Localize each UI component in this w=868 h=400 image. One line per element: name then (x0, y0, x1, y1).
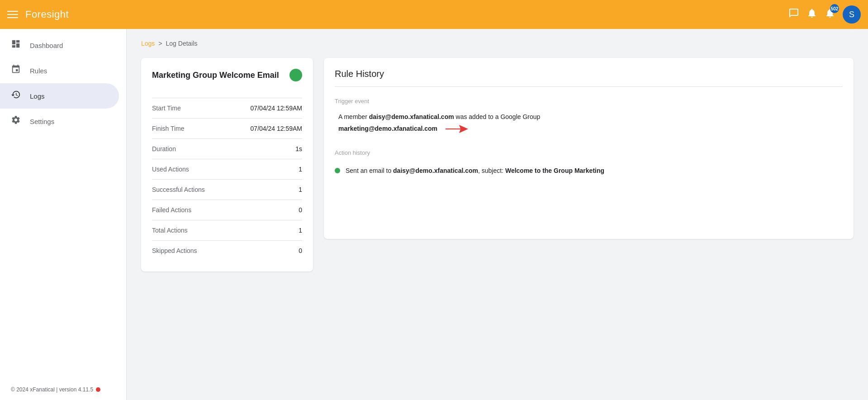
finish-time-value: 07/04/24 12:59AM (251, 125, 302, 132)
sidebar-item-rules-label: Rules (30, 67, 47, 75)
hamburger-menu-icon[interactable] (7, 11, 18, 18)
breadcrumb-logs-link[interactable]: Logs (141, 40, 155, 47)
log-detail-row-start-time: Start Time 07/04/24 12:59AM (152, 98, 302, 118)
cards-row: Marketing Group Welcome Email Start Time… (141, 58, 854, 271)
topnav-left: Foresight (7, 9, 69, 20)
topnav-right: 502 S (788, 5, 861, 24)
svg-marker-0 (446, 125, 468, 133)
used-actions-value: 1 (299, 166, 302, 173)
trigger-event-label: Trigger event (335, 98, 843, 105)
log-detail-row-skipped-actions: Skipped Actions 0 (152, 240, 302, 261)
total-actions-value: 1 (299, 227, 302, 234)
alert-icon[interactable] (806, 8, 817, 21)
status-success-dot (289, 69, 302, 81)
trigger-prefix: A member (338, 113, 369, 120)
rule-history-title: Rule History (335, 69, 843, 87)
notifications-icon[interactable]: 502 (825, 8, 835, 21)
chat-icon[interactable] (788, 8, 799, 21)
breadcrumb-current: Log Details (166, 40, 198, 47)
sidebar-item-logs[interactable]: Logs (0, 83, 119, 109)
log-card-title: Marketing Group Welcome Email (152, 71, 279, 80)
used-actions-label: Used Actions (152, 166, 189, 173)
duration-value: 1s (295, 145, 302, 152)
log-detail-row-used-actions: Used Actions 1 (152, 159, 302, 179)
failed-actions-value: 0 (299, 206, 302, 214)
duration-label: Duration (152, 145, 176, 152)
action-text-mid: , subject: (478, 167, 505, 174)
log-detail-row-duration: Duration 1s (152, 138, 302, 159)
action-text: Sent an email to daisy@demo.xfanatical.c… (346, 167, 604, 174)
main-layout: Dashboard Rules Logs (0, 29, 868, 400)
settings-icon (11, 115, 21, 128)
sidebar-footer: © 2024 xFanatical | version 4.11.5 (0, 386, 126, 393)
breadcrumb-separator: > (158, 40, 162, 47)
successful-actions-value: 1 (299, 186, 302, 193)
sidebar-nav: Dashboard Rules Logs (0, 29, 126, 134)
log-card-header: Marketing Group Welcome Email (152, 69, 302, 89)
failed-actions-label: Failed Actions (152, 206, 191, 214)
skipped-actions-value: 0 (299, 247, 302, 254)
rules-icon (11, 64, 21, 77)
user-avatar[interactable]: S (843, 5, 861, 24)
action-success-dot (335, 168, 340, 173)
total-actions-label: Total Actions (152, 227, 188, 234)
sidebar-item-settings[interactable]: Settings (0, 109, 119, 134)
log-detail-row-successful-actions: Successful Actions 1 (152, 179, 302, 200)
finish-time-label: Finish Time (152, 125, 185, 132)
log-detail-row-finish-time: Finish Time 07/04/24 12:59AM (152, 118, 302, 138)
log-detail-card: Marketing Group Welcome Email Start Time… (141, 58, 313, 271)
log-detail-row-total-actions: Total Actions 1 (152, 220, 302, 240)
sidebar-item-dashboard-label: Dashboard (30, 42, 63, 49)
log-detail-row-failed-actions: Failed Actions 0 (152, 200, 302, 220)
action-item: Sent an email to daisy@demo.xfanatical.c… (335, 163, 843, 178)
notification-count-badge: 502 (830, 4, 839, 13)
skipped-actions-label: Skipped Actions (152, 247, 197, 254)
start-time-value: 07/04/24 12:59AM (251, 105, 302, 112)
action-history-label: Action history (335, 149, 843, 156)
sidebar: Dashboard Rules Logs (0, 29, 127, 400)
trigger-email2: marketing@demo.xfanatical.com (338, 125, 437, 132)
breadcrumb: Logs > Log Details (141, 40, 854, 47)
logs-icon (11, 90, 21, 102)
app-title: Foresight (25, 9, 69, 20)
action-subject: Welcome to the Group Marketing (505, 167, 604, 174)
main-content: Logs > Log Details Marketing Group Welco… (127, 29, 868, 400)
dashboard-icon (11, 39, 21, 52)
start-time-label: Start Time (152, 105, 181, 112)
successful-actions-label: Successful Actions (152, 186, 205, 193)
sidebar-item-rules[interactable]: Rules (0, 58, 119, 83)
sidebar-item-logs-label: Logs (30, 92, 45, 100)
rule-history-card: Rule History Trigger event A member dais… (324, 58, 854, 239)
action-email: daisy@demo.xfanatical.com (393, 167, 478, 174)
arrow-indicator-icon (443, 122, 468, 135)
trigger-email1: daisy@demo.xfanatical.com (369, 113, 454, 120)
footer-status-dot (96, 387, 100, 392)
sidebar-item-settings-label: Settings (30, 118, 54, 125)
action-text-prefix: Sent an email to (346, 167, 393, 174)
top-navigation: Foresight 502 S (0, 0, 868, 29)
trigger-mid: was added to a Google Group (454, 113, 541, 120)
sidebar-item-dashboard[interactable]: Dashboard (0, 33, 119, 58)
action-history-section: Action history Sent an email to daisy@de… (335, 149, 843, 178)
trigger-text: A member daisy@demo.xfanatical.com was a… (335, 112, 843, 135)
